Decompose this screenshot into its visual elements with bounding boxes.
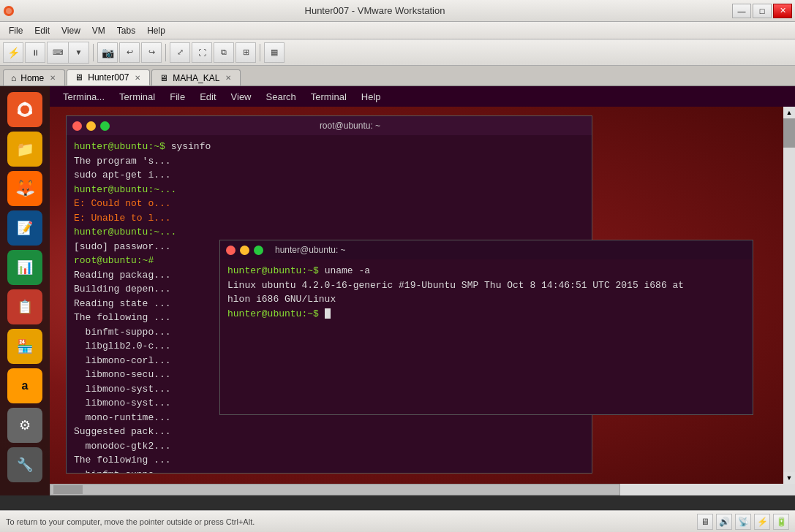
hunter-tab-close[interactable]: ✕ xyxy=(133,74,142,82)
minimize-button[interactable]: — xyxy=(732,4,751,18)
menu-help[interactable]: Help xyxy=(141,22,171,39)
terminal-hunter-maximize[interactable] xyxy=(254,246,263,255)
term-menu-view[interactable]: View xyxy=(224,90,259,104)
term-menu-search[interactable]: Search xyxy=(259,90,304,104)
snapshot-manager[interactable]: ↪ xyxy=(141,42,162,63)
tab-maha-kal[interactable]: 🖥 MAHA_KAL ✕ xyxy=(151,69,241,86)
menu-edit[interactable]: Edit xyxy=(29,22,56,39)
toolbar: ⚡ ⏸ ⌨ ▼ 📷 ↩ ↪ ⤢ ⛶ ⧉ ⊞ ▦ xyxy=(0,39,795,66)
hunter-tab-icon: 🖥 xyxy=(75,72,83,83)
menu-bar: File Edit View VM Tabs Help xyxy=(0,22,795,39)
status-icon-battery[interactable]: 🔋 xyxy=(773,514,789,530)
terminal-hunter-minimize[interactable] xyxy=(240,246,249,255)
status-icon-network[interactable]: 📡 xyxy=(735,514,751,530)
hunter-line-2: Linux ubuntu 4.2.0-16-generic #19-Ubuntu… xyxy=(227,278,745,293)
home-tab-close[interactable]: ✕ xyxy=(48,74,57,82)
sidebar-appstore[interactable]: 🏪 xyxy=(7,329,42,364)
send-ctrl-alt-del[interactable]: ⌨ xyxy=(48,42,68,63)
sidebar-firefox[interactable]: 🦊 xyxy=(7,171,42,206)
term-menu-help[interactable]: Help xyxy=(354,90,388,104)
root-line-23: The following ... xyxy=(74,453,584,468)
terminal-root-close[interactable] xyxy=(72,121,82,131)
svg-point-1 xyxy=(6,8,12,14)
svg-point-3 xyxy=(20,105,29,114)
vertical-scrollbar[interactable]: ▲ ▼ xyxy=(783,107,795,495)
term-menu-termina[interactable]: Termina... xyxy=(56,90,112,104)
mahakal-tab-label: MAHA_KAL xyxy=(173,73,219,83)
status-icon-sound[interactable]: 🔊 xyxy=(716,514,732,530)
terminal-root-title: root@ubuntu: ~ xyxy=(114,121,586,131)
mahakal-tab-close[interactable]: ✕ xyxy=(224,74,233,82)
sidebar-amazon[interactable]: a xyxy=(7,368,42,403)
sep2 xyxy=(165,44,166,61)
term-menu-terminal[interactable]: Terminal xyxy=(112,90,162,104)
svg-point-5 xyxy=(29,111,32,115)
tab-hunter007[interactable]: 🖥 Hunter007 ✕ xyxy=(67,69,150,86)
view-toggle[interactable]: ⊞ xyxy=(236,42,256,63)
home-tab-label: Home xyxy=(20,73,44,83)
terminal-hunter-close[interactable] xyxy=(226,246,236,255)
status-icon-usb[interactable]: ⚡ xyxy=(754,514,770,530)
sidebar-settings[interactable]: ⚙ xyxy=(7,408,42,443)
menu-file[interactable]: File xyxy=(3,22,29,39)
root-line-5: E: Could not o... xyxy=(74,197,584,211)
sidebar-calc[interactable]: 📊 xyxy=(7,250,42,285)
status-icons: 🖥 🔊 📡 ⚡ 🔋 xyxy=(697,514,789,530)
scroll-down-btn[interactable]: ▼ xyxy=(783,472,795,484)
title-bar: Hunter007 - VMware Workstation — □ ✕ xyxy=(0,0,795,22)
close-button[interactable]: ✕ xyxy=(773,4,792,18)
terminal-hunter-body[interactable]: hunter@ubuntu:~$ uname -a Linux ubuntu 4… xyxy=(220,259,753,414)
status-bar: To return to your computer, move the poi… xyxy=(0,510,795,532)
terminal-root-maximize[interactable] xyxy=(100,121,110,131)
sidebar-writer[interactable]: 📝 xyxy=(7,210,42,246)
sidebar-gear[interactable]: 🔧 xyxy=(7,447,42,482)
fit-guest-button[interactable]: ⤢ xyxy=(170,42,190,63)
terminal-menubar: Termina... Terminal File Edit View Searc… xyxy=(50,86,795,107)
terminal-hunter-titlebar: hunter@ubuntu: ~ xyxy=(220,240,753,259)
terminal-hunter-title: hunter@ubuntu: ~ xyxy=(268,245,747,255)
root-line-21: Suggested pack... xyxy=(74,425,584,439)
scroll-thumb[interactable] xyxy=(783,118,795,148)
terminal-hunter[interactable]: hunter@ubuntu: ~ hunter@ubuntu:~$ uname … xyxy=(219,240,753,415)
sidebar-impress[interactable]: 📋 xyxy=(7,289,42,324)
root-line-24: binfmt-suppo... xyxy=(74,468,584,474)
term-menu-file[interactable]: File xyxy=(162,90,192,104)
sep3 xyxy=(260,44,260,61)
snapshot-button[interactable]: 📷 xyxy=(97,42,118,63)
window-title: Hunter007 - VMware Workstation xyxy=(18,5,732,16)
svg-point-6 xyxy=(18,111,21,115)
tab-home[interactable]: ⌂ Home ✕ xyxy=(3,69,65,86)
unity-button[interactable]: ⧉ xyxy=(214,42,234,63)
terminal-root-minimize[interactable] xyxy=(86,121,96,131)
mahakal-tab-icon: 🖥 xyxy=(159,73,168,83)
menu-view[interactable]: View xyxy=(56,22,86,39)
suspend-button[interactable]: ⏸ xyxy=(25,42,45,63)
root-line-22: monodoc-gtk2... xyxy=(74,439,584,454)
power-button[interactable]: ⚡ xyxy=(3,42,23,63)
status-icon-monitor[interactable]: 🖥 xyxy=(697,514,713,530)
hunter-line-1: hunter@ubuntu:~$ uname -a xyxy=(227,264,745,278)
sep1 xyxy=(93,44,94,61)
root-line-1: hunter@ubuntu:~$ sysinfo xyxy=(74,140,584,154)
menu-tabs[interactable]: Tabs xyxy=(111,22,141,39)
sidebar-ubuntu[interactable] xyxy=(7,92,42,127)
term-menu-terminal2[interactable]: Terminal xyxy=(304,90,354,104)
console-view[interactable]: ▦ xyxy=(264,42,285,63)
sidebar: 📁 🦊 📝 📊 📋 🏪 a ⚙ 🔧 xyxy=(0,86,50,495)
scroll-up-btn[interactable]: ▲ xyxy=(783,107,795,118)
status-message: To return to your computer, move the poi… xyxy=(6,517,697,526)
hunter-tab-label: Hunter007 xyxy=(88,72,129,83)
sidebar-files[interactable]: 📁 xyxy=(7,132,42,167)
vm-area[interactable]: Termina... Terminal File Edit View Searc… xyxy=(0,86,795,495)
horizontal-scrollbar[interactable] xyxy=(50,484,783,495)
revert-button[interactable]: ↩ xyxy=(119,42,140,63)
tab-bar: ⌂ Home ✕ 🖥 Hunter007 ✕ 🖥 MAHA_KAL ✕ xyxy=(0,66,795,86)
window-controls[interactable]: — □ ✕ xyxy=(732,4,795,18)
root-line-4: hunter@ubuntu:~... xyxy=(74,183,584,197)
root-line-3: sudo apt-get i... xyxy=(74,168,584,183)
term-menu-edit[interactable]: Edit xyxy=(192,90,223,104)
fullscreen-button[interactable]: ⛶ xyxy=(192,42,212,63)
toggle-btn[interactable]: ▼ xyxy=(68,42,88,63)
maximize-button[interactable]: □ xyxy=(753,4,772,18)
menu-vm[interactable]: VM xyxy=(86,22,111,39)
